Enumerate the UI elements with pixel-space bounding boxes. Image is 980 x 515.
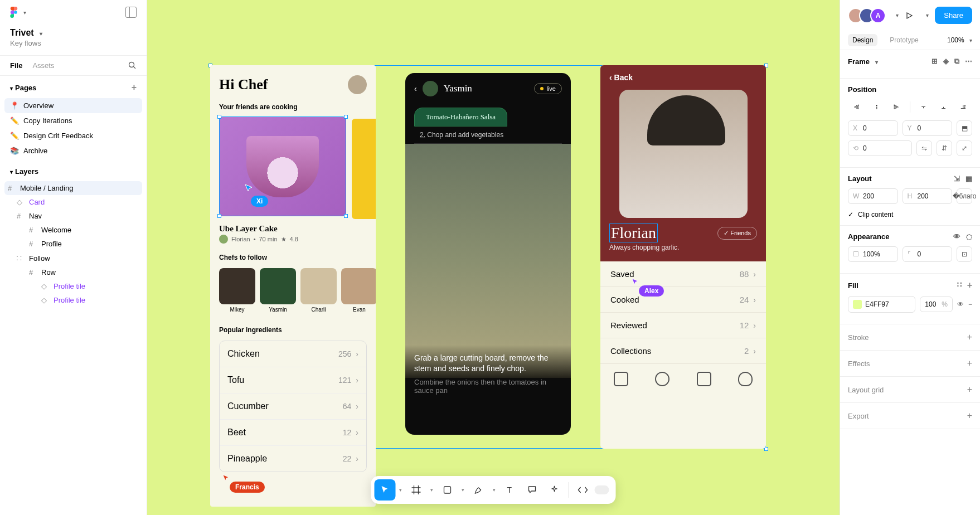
y-input[interactable]: Y0 [903, 120, 953, 136]
width-input[interactable]: W200 [848, 188, 898, 204]
x-input[interactable]: X0 [848, 120, 898, 136]
copy-icon[interactable]: ⧉ [954, 57, 959, 66]
remove-fill-button[interactable]: − [968, 300, 972, 308]
align-vcenter-icon[interactable]: ⫠ [935, 99, 953, 115]
align-hcenter-icon[interactable]: ⫶ [868, 99, 886, 115]
layer-item[interactable]: ⸬Follow [4, 251, 142, 265]
zoom-dropdown[interactable]: 100% ▾ [947, 36, 972, 44]
collaborator-avatars[interactable]: A [848, 8, 886, 23]
selection-handle[interactable] [344, 115, 348, 119]
fill-section: Fill ∷+ E4FF97 100% 👁 − [840, 274, 980, 324]
page-item[interactable]: ✏️Copy Iterations [4, 113, 142, 128]
artboard-live[interactable]: ‹ Yasmin live Tomato-Habañero Salsa 2. C… [405, 73, 571, 435]
fill-opacity-input[interactable]: 100% [920, 297, 953, 312]
friends-cooking-label: Your friends are cooking [210, 98, 376, 114]
stroke-section[interactable]: Stroke+ [840, 324, 980, 351]
layer-item[interactable]: ◇Card [4, 195, 142, 209]
pages-header[interactable]: ▾Pages + [0, 76, 147, 96]
share-button[interactable]: Share [935, 7, 972, 24]
align-top-icon[interactable]: ⫟ [915, 99, 933, 115]
opacity-input[interactable]: ☐100% [848, 246, 898, 262]
search-icon[interactable] [128, 61, 137, 70]
tab-assets[interactable]: Assets [32, 61, 54, 70]
visibility-icon[interactable]: 👁 [957, 300, 964, 308]
layer-item[interactable]: #Nav [4, 209, 142, 223]
styles-icon[interactable]: ∷ [957, 280, 962, 290]
move-tool[interactable] [375, 479, 396, 501]
absolute-position-icon[interactable]: ⬒ [957, 120, 972, 136]
corner-details-icon[interactable]: ⊡ [957, 246, 972, 262]
document-title: Trivet [10, 28, 34, 37]
artboard-landing[interactable]: Hi Chef Your friends are cooking Xi Ube … [210, 65, 376, 507]
tool-chevron[interactable]: ▾ [397, 487, 405, 493]
add-stroke-button[interactable]: + [967, 332, 972, 342]
rotation-input[interactable]: ⟲0 [848, 140, 912, 156]
layer-item[interactable]: ◇Profile tile [4, 279, 142, 293]
auto-layout-icon[interactable]: ⇲ [954, 174, 960, 183]
figma-menu[interactable]: ▾ [10, 7, 26, 17]
chevron-down-icon[interactable]: ▾ [896, 12, 899, 18]
blend-icon[interactable]: ◌ [966, 232, 972, 241]
add-grid-button[interactable]: + [967, 385, 972, 395]
text-tool[interactable]: T [499, 479, 521, 501]
tool-chevron[interactable]: ▾ [428, 487, 436, 493]
clip-content-row[interactable]: ✓ Clip content [848, 208, 972, 218]
flip-v-icon[interactable]: ⇵ [937, 140, 952, 156]
constrain-icon[interactable]: �благо [957, 188, 972, 204]
layer-item[interactable]: #Profile [4, 237, 142, 251]
align-right-icon[interactable]: ⫸ [887, 99, 905, 115]
tool-chevron[interactable]: ▾ [491, 487, 498, 493]
corner-radius-input[interactable]: ⌜0 [903, 246, 953, 262]
align-left-icon[interactable]: ⫷ [848, 99, 866, 115]
page-item[interactable]: 📍Overview [4, 98, 142, 113]
recipe-card-selected[interactable]: Xi [219, 116, 346, 216]
more-transform-icon[interactable]: ⤢ [957, 140, 972, 156]
page-item[interactable]: 📚Archive [4, 143, 142, 158]
pen-tool[interactable] [468, 479, 489, 501]
flip-h-icon[interactable]: ⇋ [916, 140, 932, 156]
effects-section[interactable]: Effects+ [840, 351, 980, 377]
chevron-down-icon[interactable]: ▾ [875, 59, 878, 65]
align-tidy-icon[interactable]: ⊞ [932, 57, 938, 66]
layer-item[interactable]: #Mobile / Landing [4, 181, 142, 195]
tab-prototype[interactable]: Prototype [885, 34, 923, 46]
frame-tool[interactable] [406, 479, 427, 501]
visibility-icon[interactable]: 👁 [953, 232, 960, 241]
add-page-button[interactable]: + [132, 82, 137, 93]
chevron-down-icon[interactable]: ▾ [926, 12, 929, 18]
add-effect-button[interactable]: + [967, 358, 972, 368]
layout-grid-section[interactable]: Layout grid+ [840, 377, 980, 403]
recipe-card-peek [352, 119, 376, 219]
dev-mode-toggle[interactable] [573, 479, 594, 501]
tool-chevron[interactable]: ▾ [459, 487, 467, 493]
layer-item[interactable]: #Welcome [4, 223, 142, 237]
tab-file[interactable]: File [10, 61, 22, 70]
stat-label: Collections [610, 346, 651, 356]
selection-handle[interactable] [217, 214, 221, 218]
document-title-block[interactable]: Trivet ▾ Key flows [0, 25, 147, 55]
align-bottom-icon[interactable]: ⫡ [954, 99, 972, 115]
layout-grid-icon[interactable]: ▦ [966, 174, 972, 183]
panel-toggle-button[interactable] [125, 7, 137, 18]
fill-color-input[interactable]: E4FF97 [848, 296, 915, 313]
selection-handle[interactable] [217, 115, 221, 119]
more-icon[interactable]: ⋯ [965, 57, 972, 66]
layers-header[interactable]: ▾Layers [0, 161, 147, 179]
actions-tool[interactable] [544, 479, 565, 501]
layer-item[interactable]: #Row [4, 265, 142, 279]
selection-handle[interactable] [344, 214, 348, 218]
present-button[interactable] [905, 11, 916, 20]
rectangle-tool[interactable] [437, 479, 458, 501]
add-fill-button[interactable]: + [967, 280, 972, 290]
height-input[interactable]: H200 [903, 188, 953, 204]
comment-tool[interactable] [522, 479, 543, 501]
tab-design[interactable]: Design [848, 34, 877, 46]
canvas[interactable]: Hi Chef Your friends are cooking Xi Ube … [147, 0, 840, 515]
component-icon[interactable]: ◈ [943, 57, 949, 66]
artboard-profile[interactable]: ‹ Back Florian ✓ Friends Always chopping… [600, 65, 766, 449]
add-export-button[interactable]: + [967, 411, 972, 421]
export-section[interactable]: Export+ [840, 403, 980, 429]
page-item[interactable]: ✏️Design Crit Feedback [4, 128, 142, 143]
dev-mode-switch[interactable] [595, 485, 609, 494]
layer-item[interactable]: ◇Profile tile [4, 293, 142, 307]
